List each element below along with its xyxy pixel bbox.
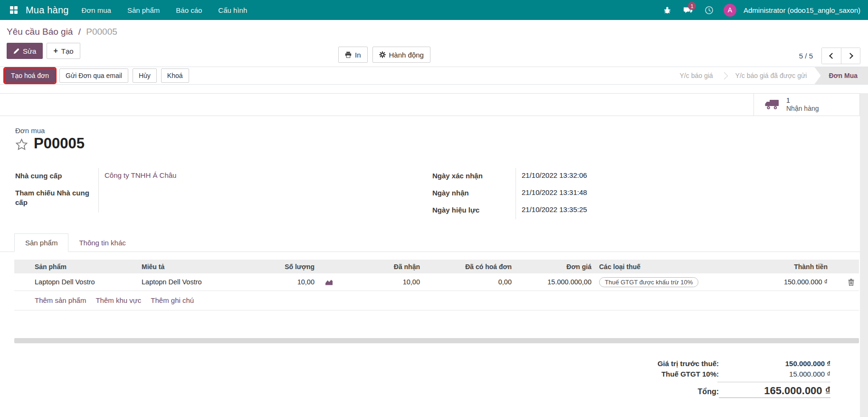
receipt-date-label: Ngày nhận xyxy=(432,185,515,202)
total-label: Tổng: xyxy=(600,388,719,396)
cell-description: Laptopn Dell Vostro xyxy=(138,278,242,286)
header-description[interactable]: Miêu tả xyxy=(138,263,242,271)
horizontal-scrollbar[interactable] xyxy=(14,338,859,343)
user-avatar[interactable]: A xyxy=(724,4,736,17)
status-step-purchase-order[interactable]: Đơn Mua xyxy=(814,67,868,84)
vendor-reference-value xyxy=(98,185,432,213)
printer-icon xyxy=(345,51,352,58)
tab-products[interactable]: Sản phẩm xyxy=(14,233,68,252)
action-button-label: Hành động xyxy=(389,51,424,59)
header-qty[interactable]: Số lượng xyxy=(242,263,318,271)
table-row[interactable]: Laptopn Dell Vostro Laptopn Dell Vostro … xyxy=(14,273,859,291)
cell-received: 10,00 xyxy=(348,278,424,286)
table-header-row: Sản phẩm Miêu tả Số lượng Đã nhận Đã có … xyxy=(14,260,859,273)
breadcrumb-parent-link[interactable]: Yêu cầu Báo giá xyxy=(7,27,73,37)
nav-item-bao-cao[interactable]: Báo cáo xyxy=(168,0,210,20)
app-name[interactable]: Mua hàng xyxy=(26,5,69,16)
cell-forecast xyxy=(318,279,348,285)
breadcrumb: Yêu cầu Báo giá / P00005 xyxy=(7,27,861,37)
untaxed-label: Giá trị trước thuế: xyxy=(600,359,719,368)
field-vendor: Nhà cung cấp Công ty TNHH Á Châu xyxy=(15,168,432,185)
field-group-right: Ngày xác nhận 21/10/2022 13:32:06 Ngày n… xyxy=(432,168,736,219)
debug-bug-icon[interactable] xyxy=(658,0,676,20)
grid-icon xyxy=(10,6,18,14)
create-button[interactable]: + Tạo xyxy=(47,43,80,59)
tax-row: Thuế GTGT 10%: 15.000.000 ₫ xyxy=(0,370,830,378)
totals-separator xyxy=(717,382,830,382)
cell-subtotal: 150.000.000 ₫ xyxy=(744,278,831,286)
status-step-rfq[interactable]: Y/c báo giá xyxy=(672,67,721,84)
title-block: Đơn mua P00005 xyxy=(0,116,868,152)
cell-billed: 0,00 xyxy=(424,278,515,286)
tab-other-info[interactable]: Thông tin khác xyxy=(68,234,136,252)
pencil-icon xyxy=(13,48,19,54)
header-unit-price[interactable]: Đơn giá xyxy=(515,263,595,271)
button-box: 1 Nhận hàng xyxy=(0,93,868,116)
nav-item-cau-hinh[interactable]: Cấu hình xyxy=(210,0,255,20)
nav-menu: Đơn mua Sản phẩm Báo cáo Cấu hình xyxy=(74,0,256,20)
nav-item-san-pham[interactable]: Sản phẩm xyxy=(119,0,168,20)
control-panel: Yêu cầu Báo giá / P00005 Sửa + Tạo xyxy=(0,20,868,67)
message-count-badge: 1 xyxy=(688,2,696,10)
delete-trash-icon[interactable] xyxy=(848,279,854,286)
header-received[interactable]: Đã nhận xyxy=(348,263,424,271)
statusbar-buttons: Tạo hoá đơn Gửi Đơn qua email Hủy Khoá xyxy=(0,67,189,84)
send-by-email-button[interactable]: Gửi Đơn qua email xyxy=(59,68,128,83)
document-number: P00005 xyxy=(34,136,85,152)
chevron-right-icon xyxy=(847,53,853,59)
header-subtotal[interactable]: Thành tiền xyxy=(744,263,831,271)
cell-product: Laptopn Dell Vostro xyxy=(31,278,138,286)
print-button[interactable]: In xyxy=(338,47,368,63)
untaxed-row: Giá trị trước thuế: 150.000.000 ₫ xyxy=(0,359,830,368)
receipts-smart-button[interactable]: 1 Nhận hàng xyxy=(754,94,860,116)
totals-block: Giá trị trước thuế: 150.000.000 ₫ Thuế G… xyxy=(0,359,868,398)
create-invoice-button[interactable]: Tạo hoá đơn xyxy=(5,68,55,83)
add-note-link[interactable]: Thêm ghi chú xyxy=(151,296,194,304)
confirm-date-label: Ngày xác nhận xyxy=(432,168,515,185)
add-product-link[interactable]: Thêm sản phẩm xyxy=(35,296,86,304)
order-lines-table: Sản phẩm Miêu tả Số lượng Đã nhận Đã có … xyxy=(14,260,859,310)
cancel-button[interactable]: Hủy xyxy=(133,68,157,83)
field-confirm-date: Ngày xác nhận 21/10/2022 13:32:06 xyxy=(432,168,736,185)
vertical-scrollbar[interactable] xyxy=(860,93,868,417)
add-section-link[interactable]: Thêm khu vực xyxy=(95,296,141,304)
messages-icon[interactable]: 1 xyxy=(679,0,697,20)
tax-value: 15.000.000 ₫ xyxy=(719,370,830,378)
step-separator-icon xyxy=(720,72,728,79)
header-billed[interactable]: Đã có hoá đơn xyxy=(424,263,515,271)
receipt-date-value: 21/10/2022 13:31:48 xyxy=(515,185,736,202)
activities-clock-icon[interactable] xyxy=(700,0,718,20)
field-effective-date: Ngày hiệu lực 21/10/2022 13:35:25 xyxy=(432,202,736,219)
edit-button-label: Sửa xyxy=(23,47,36,55)
pager-prev-button[interactable] xyxy=(822,48,841,64)
favorite-star-icon[interactable] xyxy=(15,138,28,151)
status-step-rfq-sent[interactable]: Y/c báo giá đã được gửi xyxy=(728,67,815,84)
center-actions: In Hành động xyxy=(338,47,430,63)
create-button-label: Tạo xyxy=(61,47,74,55)
vendor-value-link[interactable]: Công ty TNHH Á Châu xyxy=(98,168,432,185)
smart-button-text: 1 Nhận hàng xyxy=(786,97,819,113)
purchase-order-page: Mua hàng Đơn mua Sản phẩm Báo cáo Cấu hì… xyxy=(0,0,868,417)
pager-buttons xyxy=(821,48,860,64)
user-name[interactable]: Administrator (odoo15_anglo_saxon) xyxy=(744,6,860,14)
breadcrumb-current: P00005 xyxy=(86,27,117,37)
nav-item-don-mua[interactable]: Đơn mua xyxy=(74,0,119,20)
field-receipt-date: Ngày nhận 21/10/2022 13:31:48 xyxy=(432,185,736,202)
action-button[interactable]: Hành động xyxy=(372,47,430,63)
print-button-label: In xyxy=(355,51,361,59)
field-vendor-reference: Tham chiếu Nhà cung cấp xyxy=(15,185,432,213)
header-taxes[interactable]: Các loại thuế xyxy=(595,263,744,271)
apps-grid-icon[interactable] xyxy=(6,2,22,18)
edit-button[interactable]: Sửa xyxy=(7,43,43,59)
forecast-chart-icon[interactable] xyxy=(325,279,333,285)
gear-icon xyxy=(379,51,386,58)
lock-button[interactable]: Khoá xyxy=(161,68,189,83)
header-product[interactable]: Sản phẩm xyxy=(31,263,138,271)
receipts-label: Nhận hàng xyxy=(786,105,819,113)
pager-count: 5 / 5 xyxy=(799,52,813,60)
pager-next-button[interactable] xyxy=(841,48,860,64)
field-groups: Nhà cung cấp Công ty TNHH Á Châu Tham ch… xyxy=(0,168,868,219)
tax-label: Thuế GTGT 10%: xyxy=(600,370,719,378)
truck-icon xyxy=(764,99,780,110)
plus-icon: + xyxy=(53,47,57,55)
